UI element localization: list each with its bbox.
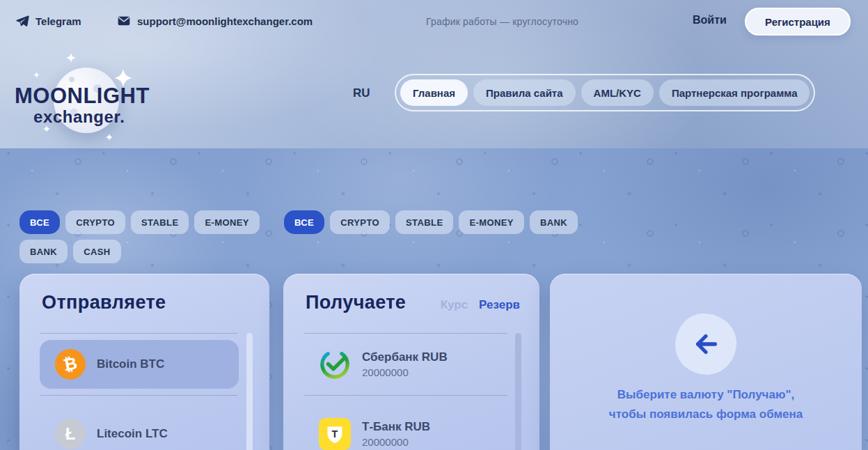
currency-item-bitcoin[interactable]: ₿ Bitcoin BTC	[40, 340, 239, 389]
send-panel-header: Отправляете	[42, 292, 250, 313]
topbar: Telegram support@moonlightexchanger.com …	[0, 0, 868, 43]
litecoin-icon: Ł	[55, 419, 86, 449]
receive-filter-bank[interactable]: BANK	[530, 210, 578, 234]
login-button[interactable]: Войти	[693, 14, 727, 26]
working-hours: График работы — круглосуточно	[426, 16, 578, 27]
receive-filter-all[interactable]: ВСЕ	[284, 210, 324, 234]
currency-name: Т-Банк RUB	[362, 420, 430, 434]
divider	[40, 333, 237, 334]
receive-filter-crypto[interactable]: CRYPTO	[330, 210, 390, 234]
currency-item-sberbank[interactable]: Сбербанк RUB 20000000	[303, 340, 503, 389]
send-panel: Отправляете ₿ Bitcoin BTC Ł Litecoin LTC	[19, 274, 269, 450]
nav-item-aml-kyc[interactable]: AML/KYC	[581, 79, 654, 106]
currency-name: Bitcoin BTC	[97, 357, 164, 371]
mail-icon	[117, 14, 131, 28]
send-filter-bank[interactable]: BANK	[19, 240, 68, 263]
sberbank-icon	[319, 348, 351, 380]
currency-item-tbank[interactable]: Т Т-Банк RUB 20000000	[303, 410, 503, 450]
send-filter-crypto[interactable]: CRYPTO	[65, 210, 125, 234]
sparkle-icon	[66, 53, 76, 63]
telegram-label: Telegram	[35, 15, 81, 27]
tab-reserve[interactable]: Резерв	[479, 298, 520, 312]
page: Telegram support@moonlightexchanger.com …	[0, 0, 868, 450]
divider	[304, 333, 507, 334]
nav-item-partner-program[interactable]: Партнерская программа	[659, 79, 810, 106]
support-email: support@moonlightexchanger.com	[137, 15, 313, 27]
receive-panel: Получаете Курс Резерв С	[283, 274, 539, 450]
receive-filter-stable[interactable]: STABLE	[395, 210, 453, 234]
language-switcher[interactable]: RU	[353, 86, 370, 100]
currency-name: Litecoin LTC	[97, 427, 168, 441]
send-currency-filters: ВСЕ CRYPTO STABLE E-MONEY BANK CASH	[19, 210, 274, 263]
hint-line-1: Выберите валюту "Получаю",	[550, 385, 862, 405]
receive-currency-filters: ВСЕ CRYPTO STABLE E-MONEY BANK	[284, 210, 583, 234]
hint-line-2: чтобы появилась форма обмена	[550, 405, 862, 424]
receive-panel-header: Получаете Курс Резерв	[306, 292, 520, 313]
site-logo[interactable]: MOONLIGHT exchanger.	[13, 42, 174, 146]
exchange-hint-panel: Выберите валюту "Получаю", чтобы появила…	[550, 274, 862, 450]
currency-name: Сбербанк RUB	[362, 350, 448, 364]
arrow-left-icon	[690, 328, 722, 360]
telegram-link[interactable]: Telegram	[15, 14, 81, 28]
main-nav: Главная Правила сайта AML/KYC Партнерска…	[395, 74, 815, 111]
register-button[interactable]: Регистрация	[745, 8, 851, 36]
receive-filter-emoney[interactable]: E-MONEY	[459, 210, 523, 234]
support-email-link[interactable]: support@moonlightexchanger.com	[117, 14, 313, 28]
currency-item-litecoin[interactable]: Ł Litecoin LTC	[40, 410, 239, 450]
bitcoin-icon: ₿	[55, 349, 86, 380]
nav-item-home[interactable]: Главная	[400, 79, 468, 106]
tbank-icon: Т	[319, 418, 351, 450]
arrow-blob	[675, 313, 736, 375]
send-filter-stable[interactable]: STABLE	[131, 210, 189, 234]
telegram-icon	[15, 14, 29, 28]
currency-reserve: 20000000	[362, 436, 430, 448]
tab-rate[interactable]: Курс	[441, 298, 468, 312]
hint-text: Выберите валюту "Получаю", чтобы появила…	[550, 385, 862, 424]
nav-item-rules[interactable]: Правила сайта	[473, 79, 576, 106]
logo-subtitle: exchanger.	[33, 107, 125, 127]
sparkle-icon	[33, 72, 40, 78]
currency-reserve: 20000000	[362, 366, 448, 378]
svg-text:Т: Т	[332, 428, 338, 440]
send-panel-title: Отправляете	[42, 292, 166, 313]
sparkle-icon	[106, 134, 113, 141]
send-filter-cash[interactable]: CASH	[73, 240, 120, 263]
divider	[304, 395, 507, 396]
divider	[40, 395, 237, 396]
send-filter-all[interactable]: ВСЕ	[19, 210, 60, 234]
logo-title: MOONLIGHT	[15, 84, 150, 109]
receive-list-scrollbar[interactable]	[515, 333, 521, 450]
send-list-scrollbar[interactable]	[246, 333, 253, 450]
send-filter-emoney[interactable]: E-MONEY	[194, 210, 259, 234]
receive-panel-tabs: Курс Резерв	[441, 298, 520, 312]
receive-panel-title: Получаете	[306, 292, 406, 313]
